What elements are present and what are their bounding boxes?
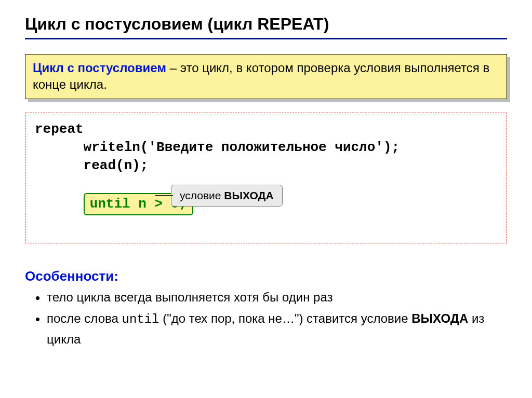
page-title: Цикл с постусловием (цикл REPEAT) [25, 15, 507, 34]
callout-connector [155, 195, 173, 196]
feature2-mono: until [122, 312, 159, 326]
code-line-repeat: repeat [35, 120, 497, 139]
callout-bold: ВЫХОДА [224, 189, 273, 201]
features-list: тело цикла всегда выполняется хотя бы од… [25, 287, 507, 349]
feature2-pre: после слова [47, 311, 122, 325]
feature-item-1: тело цикла всегда выполняется хотя бы од… [47, 287, 507, 307]
features-heading: Особенности: [25, 268, 507, 284]
callout: условие ВЫХОДА [171, 185, 283, 207]
code-line-writeln: writeln('Введите положительное число'); [35, 139, 497, 157]
feature2-bold: ВЫХОДА [411, 311, 468, 325]
definition-box: Цикл с постусловием – это цикл, в которо… [25, 54, 507, 99]
code-example: repeat writeln('Введите положительное чи… [25, 113, 507, 244]
code-line-read: read(n); [35, 157, 497, 175]
feature-item-2: после слова until ("до тех пор, пока не…… [47, 309, 507, 350]
definition-term: Цикл с постусловием [33, 61, 166, 75]
feature2-mid: ("до тех пор, пока не…") ставится услови… [159, 311, 412, 325]
title-underline [25, 38, 507, 39]
callout-text: условие [180, 189, 224, 201]
